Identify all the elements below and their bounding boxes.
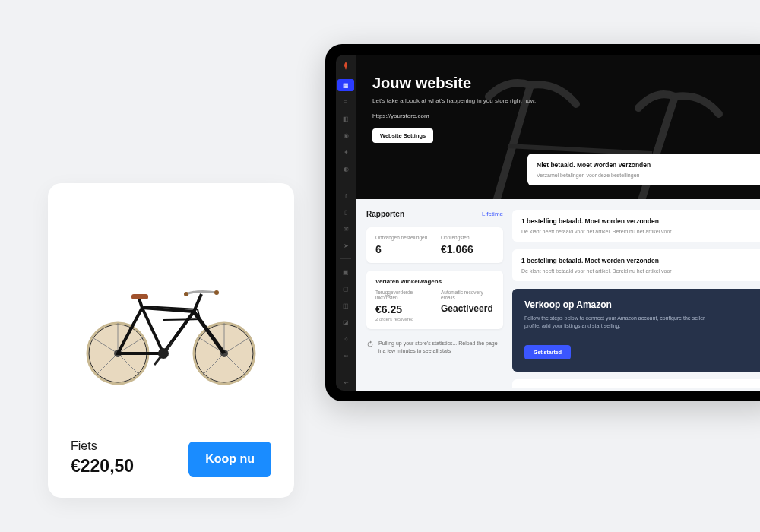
dashboard-icon: ▦	[343, 82, 349, 89]
orders-received-label: Ontvangen bestellingen	[375, 235, 429, 240]
mail-icon: ✉	[344, 226, 349, 233]
amazon-title: Verkoop op Amazon	[524, 299, 760, 310]
notice-subtitle: De klant heeft betaald voor het artikel.…	[521, 268, 760, 274]
facebook-icon: f	[345, 192, 347, 199]
user-icon: ◉	[344, 132, 349, 139]
notice-title: 1 bestelling betaald. Moet worden verzon…	[521, 257, 760, 264]
sidebar-item-orders[interactable]: ≡	[337, 96, 354, 108]
website-settings-button[interactable]: Website Settings	[372, 128, 433, 143]
collapse-icon: ⇤	[344, 379, 349, 386]
send-icon: ➤	[344, 242, 349, 249]
gear-icon: ✦	[344, 149, 349, 156]
amazon-subtitle: Follow the steps below to connect your A…	[524, 315, 714, 330]
svg-rect-23	[131, 294, 148, 299]
notice-subtitle: De klant heeft betaald voor het artikel.…	[521, 229, 760, 234]
loading-note-text: Pulling up your store's statistics... Re…	[378, 340, 503, 355]
reports-column: Rapporten Lifetime Ontvangen bestellinge…	[366, 210, 503, 391]
product-card: Fiets €220,50 Koop nu	[48, 183, 294, 498]
logo-flame-icon	[340, 61, 351, 71]
truck-icon: ◫	[343, 302, 349, 309]
revenue-value: €1.066	[441, 243, 494, 255]
hero-title: Jouw website	[372, 74, 536, 92]
sidebar-item-collapse[interactable]: ⇤	[337, 376, 354, 388]
auto-recovery-label: Automatic recovery emails	[441, 290, 494, 300]
notice-paid-2[interactable]: 1 bestelling betaald. Moet worden verzon…	[512, 249, 760, 281]
recovered-sub: 2 orders recovered	[375, 317, 429, 321]
tablet-screen: ▦ ≡ ◧ ◉ ✦ ◐ f ▯ ✉ ➤ ▣ ▢ ◫ ◪ ✧ ∞ ⇤	[336, 55, 760, 391]
ghost-card	[512, 379, 760, 388]
sidebar-divider	[340, 369, 351, 369]
notice-subtitle: Verzamel betalingen voor deze bestelling…	[537, 173, 760, 178]
orders-revenue-card: Ontvangen bestellingen 6 Opbrengsten €1.…	[366, 227, 503, 263]
reports-range-link[interactable]: Lifetime	[482, 211, 503, 217]
recovered-value: €6.25	[375, 303, 429, 315]
sidebar-item-settings[interactable]: ✦	[337, 146, 354, 158]
sidebar-item-dashboard[interactable]: ▦	[337, 79, 354, 91]
hero-subtitle: Let's take a loook at what's happening i…	[372, 97, 536, 105]
chart-icon: ◐	[344, 166, 349, 173]
orders-received-value: 6	[375, 243, 429, 255]
recovered-label: Teruggevorderde inkomsten	[375, 290, 429, 300]
amazon-card: Verkoop op Amazon Follow the steps below…	[512, 289, 760, 372]
sidebar-item-truck[interactable]: ◫	[337, 299, 354, 312]
right-column: 1 bestelling betaald. Moet worden verzon…	[512, 210, 760, 391]
tag-icon: ◧	[343, 116, 349, 122]
svg-point-20	[184, 292, 188, 296]
product-image	[71, 207, 271, 430]
bicycle-icon	[72, 247, 270, 391]
link-icon: ∞	[344, 353, 348, 359]
amazon-get-started-button[interactable]: Get started	[524, 345, 571, 359]
tablet-device: ▦ ≡ ◧ ◉ ✦ ◐ f ▯ ✉ ➤ ▣ ▢ ◫ ◪ ✧ ∞ ⇤	[325, 44, 760, 401]
svg-line-22	[139, 299, 142, 308]
reports-title: Rapporten	[366, 210, 404, 218]
product-footer: Fiets €220,50 Koop nu	[71, 439, 271, 477]
sidebar-item-products[interactable]: ◧	[337, 112, 354, 125]
mobile-icon: ▯	[344, 209, 347, 216]
revenue-label: Opbrengsten	[441, 235, 494, 240]
product-price: €220,50	[71, 456, 134, 477]
notice-stack: Niet betaald. Moet worden verzonden Verz…	[527, 154, 760, 185]
hero-url: https://yourstore.com	[372, 112, 536, 119]
buy-button[interactable]: Koop nu	[188, 442, 271, 477]
main-content: Jouw website Let's take a loook at what'…	[356, 55, 760, 391]
notice-unpaid[interactable]: Niet betaald. Moet worden verzonden Verz…	[527, 154, 760, 185]
sidebar-item-store[interactable]: ▣	[337, 266, 354, 278]
sidebar-item-misc2[interactable]: ∞	[337, 350, 354, 362]
sidebar-item-box[interactable]: ▢	[337, 283, 354, 295]
sidebar-item-cart[interactable]: ◪	[337, 316, 354, 328]
product-title: Fiets	[71, 439, 134, 453]
cart-icon: ◪	[343, 319, 349, 326]
sidebar-item-users[interactable]: ◉	[337, 129, 354, 141]
sidebar-item-send[interactable]: ➤	[337, 239, 354, 252]
notice-title: Niet betaald. Moet worden verzonden	[537, 161, 760, 169]
sidebar-item-analytics[interactable]: ◐	[337, 163, 354, 175]
abandoned-title: Verlaten winkelwagens	[375, 278, 494, 285]
box-icon: ▢	[343, 286, 349, 293]
loading-note: Pulling up your store's statistics... Re…	[366, 340, 503, 355]
store-icon: ▣	[343, 269, 349, 276]
sidebar: ▦ ≡ ◧ ◉ ✦ ◐ f ▯ ✉ ➤ ▣ ▢ ◫ ◪ ✧ ∞ ⇤	[336, 55, 356, 391]
refresh-icon	[366, 340, 374, 348]
sidebar-item-misc1[interactable]: ✧	[337, 333, 354, 345]
puzzle-icon: ✧	[344, 336, 349, 343]
sidebar-item-mail[interactable]: ✉	[337, 223, 354, 235]
sidebar-divider	[340, 182, 351, 182]
svg-point-21	[214, 290, 219, 295]
list-icon: ≡	[344, 99, 348, 106]
auto-recovery-value: Geactiveerd	[441, 303, 494, 314]
sidebar-divider	[340, 258, 351, 259]
notice-title: 1 bestelling betaald. Moet worden verzon…	[521, 217, 760, 225]
sidebar-item-mobile[interactable]: ▯	[337, 206, 354, 218]
abandoned-carts-card: Verlaten winkelwagens Teruggevorderde in…	[366, 271, 503, 329]
sidebar-item-facebook[interactable]: f	[337, 189, 354, 201]
dashboard-area: Rapporten Lifetime Ontvangen bestellinge…	[356, 199, 760, 391]
notice-paid-1[interactable]: 1 bestelling betaald. Moet worden verzon…	[512, 210, 760, 242]
